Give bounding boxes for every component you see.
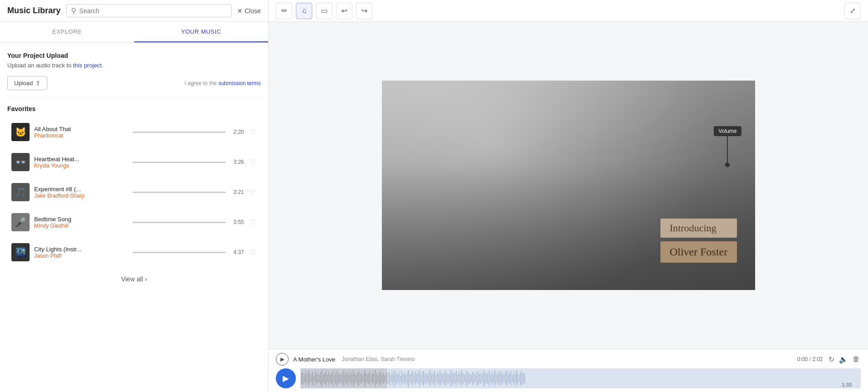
svg-rect-106 bbox=[447, 374, 447, 383]
svg-rect-42 bbox=[359, 371, 359, 386]
svg-rect-23 bbox=[333, 370, 333, 387]
svg-rect-115 bbox=[459, 372, 459, 385]
track-volume-button[interactable]: 🔈 bbox=[838, 354, 849, 365]
svg-rect-163 bbox=[524, 373, 525, 384]
waveform-played[interactable] bbox=[300, 368, 387, 388]
waveform-time-label: 1:33 bbox=[842, 382, 852, 387]
track-waveform-4[interactable] bbox=[132, 252, 226, 253]
undo-button[interactable]: ↩ bbox=[336, 3, 352, 19]
svg-rect-107 bbox=[448, 373, 448, 384]
view-all-row[interactable]: View all › bbox=[7, 268, 261, 290]
track-artist-3: Mindy Gledhill bbox=[34, 223, 128, 229]
image-button[interactable]: ▭ bbox=[316, 3, 332, 19]
svg-rect-161 bbox=[522, 371, 522, 386]
svg-rect-120 bbox=[466, 372, 466, 385]
svg-rect-52 bbox=[372, 372, 373, 385]
svg-rect-77 bbox=[407, 372, 407, 385]
upload-row: Upload ⇧ I agree to the submission terms bbox=[7, 76, 261, 90]
waveform-remaining[interactable]: 1:33 bbox=[387, 368, 861, 388]
upload-label: Upload bbox=[14, 80, 33, 87]
undo-icon: ↩ bbox=[341, 6, 347, 15]
search-input[interactable] bbox=[79, 7, 227, 15]
svg-rect-76 bbox=[406, 375, 406, 382]
track-waveform-0[interactable] bbox=[132, 132, 226, 133]
search-box[interactable]: ⚲ bbox=[66, 4, 232, 17]
svg-rect-149 bbox=[505, 372, 506, 385]
svg-rect-91 bbox=[426, 373, 426, 384]
tab-your-music[interactable]: YOUR MUSIC bbox=[134, 22, 269, 42]
this-project-link[interactable]: this project bbox=[73, 62, 102, 69]
svg-rect-156 bbox=[515, 374, 515, 383]
svg-rect-45 bbox=[363, 375, 363, 382]
close-button[interactable]: ✕ Close bbox=[237, 7, 261, 15]
svg-rect-82 bbox=[414, 375, 414, 382]
svg-rect-18 bbox=[326, 371, 326, 386]
favorite-button-2[interactable]: ♡ bbox=[249, 187, 257, 198]
svg-rect-148 bbox=[504, 375, 504, 382]
svg-rect-131 bbox=[481, 373, 481, 384]
svg-rect-43 bbox=[360, 374, 360, 383]
left-panel: Music Library ⚲ ✕ Close EXPLORE YOUR MUS… bbox=[0, 0, 269, 392]
submission-terms: I agree to the submission terms bbox=[185, 80, 261, 87]
list-item[interactable]: 🎤 Bedtime Song Mindy Gledhill 3:55 ♡ bbox=[7, 208, 261, 236]
track-waveform-1[interactable] bbox=[132, 162, 226, 163]
svg-rect-83 bbox=[415, 372, 416, 385]
svg-rect-92 bbox=[427, 375, 428, 382]
svg-rect-7 bbox=[311, 375, 311, 382]
svg-rect-128 bbox=[477, 372, 477, 385]
track-play-small-button[interactable]: ▶ bbox=[276, 353, 289, 366]
thumb-icon-4: 🌃 bbox=[15, 247, 26, 258]
svg-rect-101 bbox=[440, 370, 440, 387]
favorite-button-4[interactable]: ♡ bbox=[249, 247, 257, 258]
svg-rect-60 bbox=[383, 373, 384, 384]
redo-button[interactable]: ↪ bbox=[356, 3, 372, 19]
track-bar-name: A Mother's Love bbox=[293, 356, 335, 363]
export-button[interactable]: ⤢ bbox=[844, 3, 861, 19]
favorite-button-0[interactable]: ♡ bbox=[249, 127, 257, 137]
name-card: Oliver Foster bbox=[660, 241, 736, 263]
track-waveform-3[interactable] bbox=[132, 222, 226, 223]
track-bar-info-row: ▶ A Mother's Love Jonathan Elias, Sarah … bbox=[276, 353, 861, 366]
svg-rect-26 bbox=[337, 371, 337, 386]
svg-rect-153 bbox=[511, 371, 511, 386]
thumb-icon-0: 🐱 bbox=[15, 127, 26, 137]
track-refresh-button[interactable]: ↻ bbox=[827, 354, 835, 365]
track-thumbnail-4: 🌃 bbox=[11, 243, 30, 261]
svg-rect-34 bbox=[348, 371, 348, 386]
list-item[interactable]: 👓 Heartbeat Heat... Krysta Youngs 3:26 ♡ bbox=[7, 148, 261, 176]
right-panel: ✏ ♫ ▭ ↩ ↪ ⤢ Introducing Olive bbox=[269, 0, 868, 392]
upload-section-title: Your Project Upload bbox=[7, 52, 261, 59]
music-note-button[interactable]: ♫ bbox=[296, 3, 312, 19]
submission-terms-link[interactable]: submission terms bbox=[218, 80, 261, 87]
svg-rect-123 bbox=[470, 373, 470, 384]
favorite-button-1[interactable]: ♡ bbox=[249, 157, 257, 168]
svg-rect-17 bbox=[325, 373, 325, 384]
svg-rect-9 bbox=[314, 376, 314, 381]
svg-rect-61 bbox=[385, 375, 385, 382]
svg-rect-159 bbox=[519, 375, 519, 382]
svg-rect-22 bbox=[331, 373, 332, 384]
track-waveform-2[interactable] bbox=[132, 192, 226, 193]
track-delete-button[interactable]: 🗑 bbox=[852, 354, 861, 364]
svg-rect-124 bbox=[471, 375, 472, 382]
track-artist-1: Krysta Youngs bbox=[34, 163, 128, 169]
tab-explore[interactable]: EXPLORE bbox=[0, 22, 134, 42]
track-info-1: Heartbeat Heat... Krysta Youngs bbox=[34, 156, 128, 169]
svg-rect-37 bbox=[352, 374, 352, 383]
svg-rect-46 bbox=[364, 370, 365, 387]
svg-rect-135 bbox=[486, 374, 487, 383]
svg-rect-36 bbox=[350, 372, 351, 385]
svg-rect-105 bbox=[445, 371, 446, 386]
list-item[interactable]: 🐱 All About That Phantomcat 2:20 ♡ bbox=[7, 118, 261, 146]
track-duration-2: 3:21 bbox=[230, 189, 244, 195]
upload-button[interactable]: Upload ⇧ bbox=[7, 76, 47, 90]
favorite-button-3[interactable]: ♡ bbox=[249, 217, 257, 228]
svg-rect-116 bbox=[460, 374, 461, 383]
list-item[interactable]: 🎵 Experiment #8 (... Jake Bradford-Sharp… bbox=[7, 178, 261, 206]
play-big-button[interactable]: ▶ bbox=[276, 368, 296, 388]
svg-rect-58 bbox=[381, 371, 381, 386]
svg-rect-62 bbox=[386, 372, 386, 385]
svg-rect-154 bbox=[512, 375, 513, 382]
pencil-button[interactable]: ✏ bbox=[276, 3, 292, 19]
list-item[interactable]: 🌃 City Lights (Instr... Jason Pfaff 4:37… bbox=[7, 238, 261, 266]
